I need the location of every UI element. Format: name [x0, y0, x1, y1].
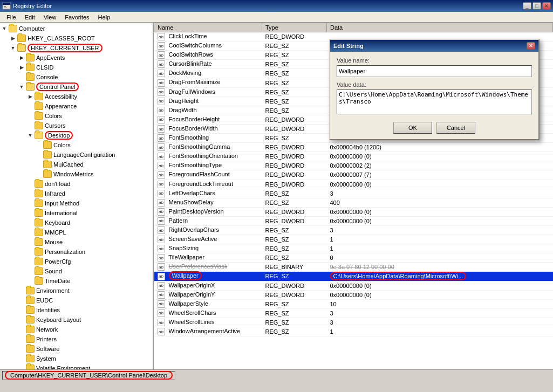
- tree-item-langconfig[interactable]: LanguageConfiguration: [0, 150, 153, 160]
- tree-item-identities[interactable]: Identities: [0, 305, 153, 315]
- table-row[interactable]: ab WallpaperREG_SZC:\Users\Home\AppData\…: [154, 272, 553, 281]
- table-row[interactable]: ab WindowArrangementActiveREG_SZ1: [154, 327, 553, 336]
- table-row[interactable]: ab MenuShowDelayREG_SZ400: [154, 198, 553, 207]
- tree-item-volatile[interactable]: Volatile Environment: [0, 363, 153, 369]
- table-row[interactable]: ab PatternREG_DWORD0x00000000 (0): [154, 216, 553, 225]
- reg-binary-icon: ab: [158, 263, 165, 271]
- expander-hkcu[interactable]: ▼: [9, 44, 17, 52]
- tree-label-mouse: Mouse: [45, 239, 63, 245]
- tree-item-printers[interactable]: Printers: [0, 334, 153, 344]
- tree-item-keyboard[interactable]: Keyboard: [0, 218, 153, 228]
- tree-item-mouse[interactable]: Mouse: [0, 237, 153, 247]
- table-row[interactable]: ab ForegroundFlashCountREG_DWORD0x000000…: [154, 170, 553, 180]
- menu-file[interactable]: File: [2, 13, 21, 22]
- reg-cell-type: REG_DWORD: [262, 124, 327, 133]
- table-row[interactable]: ab RightOverlapCharsREG_SZ3: [154, 225, 553, 235]
- tree-item-desktop-colors[interactable]: Colors: [0, 140, 153, 150]
- reg-cell-data: 3: [327, 189, 553, 198]
- menu-favorites[interactable]: Favorites: [60, 13, 93, 22]
- reg-cell-type: REG_SZ: [262, 244, 327, 253]
- table-row[interactable]: ab WallpaperOriginXREG_DWORD0x00000000 (…: [154, 281, 553, 290]
- expander-control-panel[interactable]: ▼: [17, 82, 26, 91]
- reg-cell-name: ab MenuShowDelay: [154, 198, 262, 207]
- dialog-cancel-button[interactable]: Cancel: [436, 122, 475, 134]
- tree-item-appearance[interactable]: Appearance: [0, 101, 153, 111]
- tree-item-accessibility[interactable]: ▶ Accessibility: [0, 92, 153, 101]
- tree-item-console[interactable]: ▶ Console: [0, 72, 153, 82]
- menu-help[interactable]: Help: [94, 13, 115, 22]
- tree-item-cursors[interactable]: Cursors: [0, 121, 153, 130]
- table-row[interactable]: ab FontSmoothingGammaREG_DWORD0x000004b0…: [154, 143, 553, 152]
- minimize-button[interactable]: _: [523, 2, 531, 10]
- table-row[interactable]: ab SnapSizingREG_SZ1: [154, 244, 553, 253]
- tree-label-console: Console: [36, 74, 58, 80]
- table-row[interactable]: ab ForegroundLockTimeoutREG_DWORD0x00000…: [154, 180, 553, 189]
- menu-edit[interactable]: Edit: [21, 13, 39, 22]
- table-row[interactable]: ab WheelScrollLinesREG_SZ3: [154, 318, 553, 327]
- value-name-input[interactable]: [337, 65, 532, 77]
- tree-item-timedate[interactable]: TimeDate: [0, 276, 153, 286]
- reg-cell-data: 3: [327, 308, 553, 318]
- tree-item-keyboardlayout[interactable]: Keyboard Layout: [0, 315, 153, 325]
- table-row[interactable]: ab WallpaperStyleREG_SZ10: [154, 299, 553, 308]
- tree-item-infrared[interactable]: Infrared: [0, 189, 153, 198]
- expander-appevents[interactable]: ▶: [17, 53, 26, 62]
- tree-item-system[interactable]: System: [0, 354, 153, 363]
- reg-cell-name: ab DragFromMaximize: [154, 78, 262, 87]
- tree-item-colors[interactable]: Colors: [0, 111, 153, 121]
- table-row[interactable]: ab PaintDesktopVersionREG_DWORD0x0000000…: [154, 207, 553, 216]
- tree-item-computer[interactable]: ▼ Computer: [0, 24, 153, 33]
- tree-item-muicached[interactable]: MuiCached: [0, 160, 153, 169]
- tree-item-windowmetrics[interactable]: WindowMetrics: [0, 169, 153, 179]
- expander-accessibility[interactable]: ▶: [26, 92, 35, 101]
- edit-string-dialog[interactable]: Edit String ✕ Value name: Value data: C:…: [329, 39, 540, 140]
- tree-item-eudc[interactable]: EUDC: [0, 295, 153, 305]
- status-path: Computer\HKEY_CURRENT_USER\Control Panel…: [2, 371, 175, 380]
- tree-item-mmcpl[interactable]: MMCPL: [0, 228, 153, 237]
- reg-cell-name: ab WindowArrangementActive: [154, 327, 262, 336]
- reg-dword-icon: ab: [158, 282, 165, 290]
- tree-item-powercfg[interactable]: PowerCfg: [0, 257, 153, 266]
- expander-computer[interactable]: ▼: [0, 24, 9, 33]
- tree-item-control-panel[interactable]: ▼ Control Panel: [0, 82, 153, 92]
- tree-item-desktop[interactable]: ▼ Desktop: [0, 130, 153, 140]
- tree-item-sound[interactable]: Sound: [0, 266, 153, 276]
- maximize-button[interactable]: □: [532, 2, 541, 10]
- tree-item-input-method[interactable]: Input Method: [0, 198, 153, 208]
- tree-item-environment[interactable]: Environment: [0, 286, 153, 295]
- menu-view[interactable]: View: [39, 13, 61, 22]
- tree-item-clsid[interactable]: ▶ CLSID: [0, 63, 153, 72]
- close-button[interactable]: ✕: [542, 2, 551, 10]
- tree-item-appevents[interactable]: ▶ AppEvents: [0, 53, 153, 63]
- reg-cell-data: 0: [327, 253, 553, 263]
- tree-label-desktop: Desktop: [45, 131, 73, 140]
- expander-desktop[interactable]: ▼: [26, 131, 35, 140]
- table-row[interactable]: ab LeftOverlapCharsREG_SZ3: [154, 189, 553, 198]
- reg-cell-data: 0x00000000 (0): [327, 216, 553, 225]
- reg-cell-type: REG_SZ: [262, 69, 327, 78]
- table-row[interactable]: ab TileWallpaperREG_SZ0: [154, 253, 553, 263]
- dialog-close-button[interactable]: ✕: [527, 42, 535, 50]
- table-row[interactable]: ab ScreenSaveActiveREG_SZ1: [154, 235, 553, 244]
- dialog-ok-button[interactable]: OK: [393, 122, 432, 134]
- expander-hkcr[interactable]: ▶: [9, 34, 17, 43]
- table-row[interactable]: ab WheelScrollCharsREG_SZ3: [154, 308, 553, 318]
- tree-item-hkcu[interactable]: ▼ HKEY_CURRENT_USER: [0, 43, 153, 53]
- reg-name-text: CoolSwitchRows: [169, 51, 214, 58]
- tree-item-international[interactable]: International: [0, 208, 153, 218]
- tree-item-software[interactable]: Software: [0, 344, 153, 354]
- value-data-input[interactable]: C:\Users\Home\AppData\Roaming\Microsoft\…: [337, 90, 532, 114]
- table-row[interactable]: ab FontSmoothingTypeREG_DWORD0x00000002 …: [154, 161, 553, 170]
- reg-cell-name: ab PaintDesktopVersion: [154, 207, 262, 216]
- expander-clsid[interactable]: ▶: [17, 63, 26, 72]
- table-row[interactable]: ab FontSmoothingOrientationREG_DWORD0x00…: [154, 152, 553, 161]
- tree-item-hkcr[interactable]: ▶ HKEY_CLASSES_ROOT: [0, 33, 153, 43]
- tree-label-control-panel: Control Panel: [36, 82, 79, 91]
- tree-pane[interactable]: ▼ Computer ▶ HKEY_CLASSES_ROOT ▼ HKEY_CU…: [0, 23, 154, 369]
- tree-item-dont-load[interactable]: don't load: [0, 179, 153, 189]
- table-row[interactable]: ab WallpaperOriginYREG_DWORD0x00000000 (…: [154, 290, 553, 299]
- table-row[interactable]: ab UserPreferencesMaskREG_BINARY9e 3a 07…: [154, 263, 553, 272]
- tree-label-powercfg: PowerCfg: [45, 258, 71, 265]
- tree-item-network[interactable]: Network: [0, 325, 153, 334]
- tree-item-personalization[interactable]: Personalization: [0, 247, 153, 257]
